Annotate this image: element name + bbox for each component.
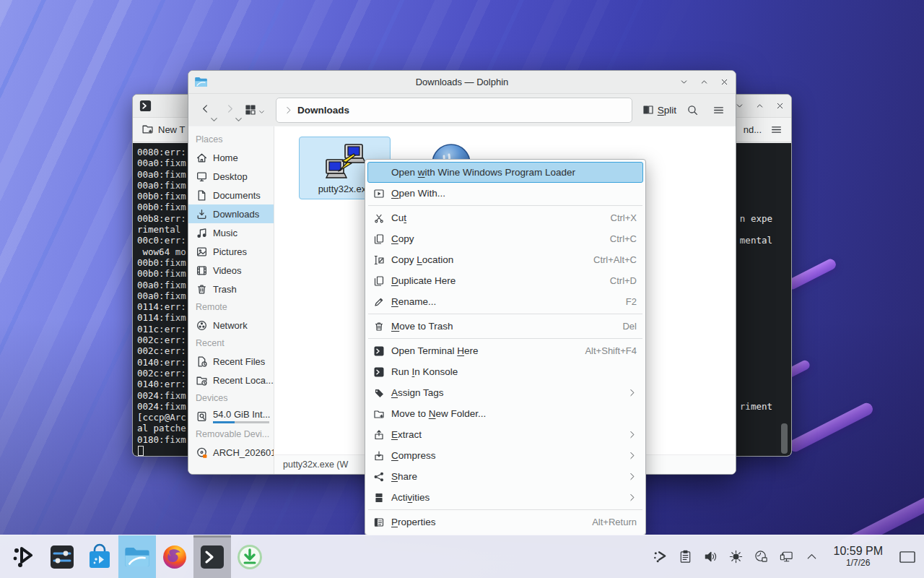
minimize-button[interactable]: [678, 77, 689, 88]
search-button[interactable]: [682, 100, 702, 120]
tray-volume-icon[interactable]: [702, 548, 720, 566]
maximize-button[interactable]: [754, 100, 765, 112]
maximize-button[interactable]: [698, 77, 710, 88]
menu-item-label: Open with Wine Windows Program Loader: [391, 167, 575, 178]
menu-item-share[interactable]: Share: [367, 466, 643, 487]
view-mode-button[interactable]: [245, 104, 266, 116]
tray-brightness-icon[interactable]: [727, 548, 746, 566]
menu-separator: [368, 205, 642, 206]
menu-item-label: Open With...: [391, 188, 445, 199]
wallpaper-beam: [787, 401, 875, 454]
sidebar-item-desktop[interactable]: Desktop: [188, 167, 274, 186]
sidebar-item-recent-files[interactable]: Recent Files: [188, 352, 274, 371]
taskbar-konsole[interactable]: [193, 535, 231, 578]
menu-item-move-to-trash[interactable]: Move to TrashDel: [367, 316, 643, 337]
tray-tray-expander-icon[interactable]: [803, 548, 821, 566]
taskbar-download-manager[interactable]: [231, 535, 269, 578]
new-tab-label: New T: [158, 124, 185, 135]
sidebar-item-home[interactable]: Home: [188, 148, 274, 167]
taskbar-system-settings[interactable]: [43, 535, 81, 578]
menu-item-label: Open Terminal Here: [391, 345, 479, 356]
show-desktop-button[interactable]: [898, 548, 917, 566]
sidebar-item-trash[interactable]: Trash: [188, 280, 274, 298]
places-panel: PlacesHomeDesktopDocumentsDownloadsMusic…: [188, 126, 274, 474]
forward-button[interactable]: [220, 99, 239, 121]
window-title: Downloads — Dolphin: [188, 77, 736, 87]
folder-clock-icon: [196, 374, 208, 387]
sidebar-item-music[interactable]: Music: [188, 223, 274, 242]
location-bar[interactable]: Downloads: [276, 98, 632, 123]
back-button[interactable]: [196, 99, 214, 121]
hamburger-menu-button[interactable]: [708, 100, 728, 120]
hamburger-menu-icon[interactable]: [770, 124, 783, 136]
menu-item-label: Run In Konsole: [391, 366, 458, 377]
film-icon: [196, 264, 208, 277]
menu-item-run-in-konsole[interactable]: Run In Konsole: [367, 361, 643, 382]
copy-icon: [373, 275, 385, 287]
submenu-arrow-icon: [627, 472, 637, 481]
places-section-header: Places: [188, 131, 274, 148]
taskbar-dolphin[interactable]: [118, 535, 156, 578]
taskbar-app-launcher[interactable]: [6, 535, 43, 578]
breadcrumb[interactable]: Downloads: [297, 105, 349, 116]
menu-item-move-to-new-folder[interactable]: Move to New Folder...: [367, 403, 643, 424]
menu-item-open-with-wine-windows-program-loader[interactable]: Open with Wine Windows Program Loader: [367, 162, 643, 183]
konsole-icon: [199, 543, 226, 571]
terminal-icon: [373, 366, 385, 378]
places-section-header: Remote: [188, 298, 274, 316]
sidebar-item-documents[interactable]: Documents: [188, 186, 274, 204]
properties-icon: [373, 517, 385, 528]
trash-icon: [373, 321, 385, 332]
close-button[interactable]: [718, 77, 730, 88]
menu-item-open-terminal-here[interactable]: Open Terminal HereAlt+Shift+F4: [367, 340, 643, 361]
sidebar-item-downloads[interactable]: Downloads: [188, 204, 274, 223]
extract-icon: [373, 429, 385, 441]
sidebar-item-network[interactable]: Network: [188, 316, 274, 335]
sidebar-item-arch-202601[interactable]: ARCH_202601: [188, 443, 274, 462]
sidebar-item-videos[interactable]: Videos: [188, 261, 274, 280]
menu-item-properties[interactable]: PropertiesAlt+Return: [367, 512, 643, 532]
menu-item-activities[interactable]: Activities: [367, 487, 643, 508]
close-button[interactable]: [774, 100, 785, 112]
taskbar-firefox[interactable]: [156, 535, 193, 578]
app-launcher-icon: [11, 543, 38, 571]
harddrive-icon: [196, 410, 208, 423]
terminal-scrollbar[interactable]: [781, 423, 788, 454]
menu-item-extract[interactable]: Extract: [367, 424, 643, 445]
music-icon: [196, 227, 208, 239]
menu-item-copy[interactable]: CopyCtrl+C: [367, 228, 643, 249]
menu-item-assign-tags[interactable]: Assign Tags: [367, 382, 643, 403]
tray-network-icon[interactable]: [777, 548, 796, 566]
tray-device-notifier-icon[interactable]: [752, 548, 771, 566]
menu-item-open-with[interactable]: Open With...: [367, 183, 643, 204]
submenu-arrow-icon: [627, 430, 637, 439]
tag-icon: [373, 387, 385, 399]
sidebar-item-54-0-gib-int-[interactable]: 54.0 GiB Int...: [188, 407, 274, 426]
toolbar-truncated-text: nd...: [744, 124, 762, 135]
firefox-icon: [161, 543, 188, 571]
copy-icon: [373, 233, 385, 245]
dolphin-icon: [123, 543, 151, 571]
menu-separator: [368, 338, 642, 339]
tray-kde-connect-icon[interactable]: [651, 548, 670, 566]
split-button[interactable]: Split: [642, 104, 676, 116]
status-text: putty32x.exe (W: [283, 460, 348, 470]
taskbar-discover[interactable]: [81, 535, 118, 578]
menu-item-copy-location[interactable]: Copy LocationCtrl+Alt+C: [367, 249, 643, 270]
back-history-arrow-icon: [209, 114, 215, 121]
split-icon: [642, 104, 654, 116]
places-section-header: Recent: [188, 335, 274, 352]
new-tab-button[interactable]: New T: [141, 123, 185, 137]
putty-exe-icon: [323, 142, 367, 182]
menu-item-duplicate-here[interactable]: Duplicate HereCtrl+D: [367, 270, 643, 291]
menu-item-cut[interactable]: CutCtrl+X: [367, 207, 643, 228]
tray-clipboard-icon[interactable]: [676, 548, 695, 566]
clock[interactable]: 10:59 PM 1/7/26: [828, 545, 889, 568]
sidebar-item-pictures[interactable]: Pictures: [188, 242, 274, 261]
dolphin-titlebar[interactable]: Downloads — Dolphin: [188, 71, 736, 94]
menu-item-label: Compress: [391, 450, 436, 461]
system-settings-icon: [48, 543, 76, 571]
menu-item-rename[interactable]: Rename...F2: [367, 291, 643, 312]
sidebar-item-recent-loca-[interactable]: Recent Loca...: [188, 371, 274, 389]
menu-item-compress[interactable]: Compress: [367, 445, 643, 466]
